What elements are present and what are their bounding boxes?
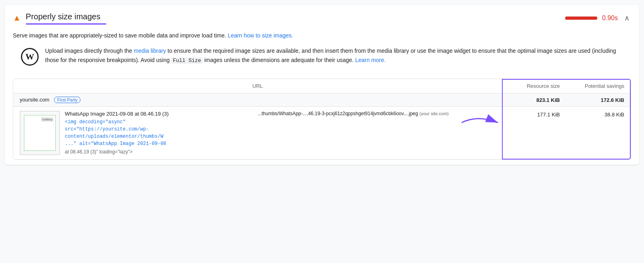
group-savings: 172.6 KiB [560, 97, 624, 103]
header-left: ▲ Properly size images [13, 11, 106, 25]
wp-notice-text: Upload images directly through the media… [45, 46, 631, 65]
row-savings: 38.8 KiB [560, 111, 624, 118]
table-header: URL Resource size Potential savings [13, 79, 631, 93]
image-thumbnail: Gallery [20, 111, 60, 155]
first-party-badge: First Party [54, 97, 80, 103]
row-left: Gallery WhatsApp Image 2021-09-08 at 08.… [20, 111, 254, 155]
row-alt: at 08.46.19 (3)" loading="lazy"> [65, 149, 254, 155]
col-header-resource: Resource size [495, 83, 560, 89]
title-underline [26, 23, 106, 25]
table-row: Gallery WhatsApp Image 2021-09-08 at 08.… [13, 107, 631, 159]
group-resource-size: 823.1 KiB [495, 97, 560, 103]
wordpress-logo: W [21, 48, 39, 66]
group-name: yoursite.com First Party [20, 97, 495, 103]
title-block: Properly size images [26, 11, 106, 25]
score-bar [565, 17, 597, 20]
row-code: <img decoding="async" src="https://yours… [65, 118, 254, 147]
wp-notice: W Upload images directly through the med… [13, 46, 631, 72]
col-header-savings: Potential savings [560, 83, 624, 89]
header-right: 0.90s ∧ [565, 12, 631, 24]
group-row: yoursite.com First Party 823.1 KiB 172.6… [13, 93, 631, 107]
audit-card: ▲ Properly size images 0.90s ∧ Serve ima… [5, 5, 639, 165]
gallery-label: Gallery [41, 117, 54, 122]
learn-more-link[interactable]: Learn more. [355, 57, 386, 63]
media-library-link[interactable]: media library [134, 48, 166, 54]
full-size-code: Full Size [171, 57, 202, 64]
score-value: 0.90s [602, 14, 618, 22]
description-text: Serve images that are appropriately-size… [13, 31, 631, 40]
page-title: Properly size images [26, 11, 106, 22]
col-header-url: URL [20, 83, 495, 89]
row-info: WhatsApp Image 2021-09-08 at 08.46.19 (3… [65, 111, 254, 155]
warning-icon: ▲ [13, 13, 21, 23]
resource-table: URL Resource size Potential savings your… [13, 79, 631, 160]
arrow-annotation [458, 111, 506, 136]
learn-how-link[interactable]: Learn how to size images. [228, 32, 293, 39]
row-title: WhatsApp Image 2021-09-08 at 08.46.19 (3… [65, 111, 254, 117]
collapse-button[interactable]: ∧ [623, 12, 631, 24]
card-header: ▲ Properly size images 0.90s ∧ [5, 5, 639, 25]
thumbnail-inner: Gallery [24, 115, 56, 151]
card-body: Serve images that are appropriately-size… [5, 25, 639, 160]
